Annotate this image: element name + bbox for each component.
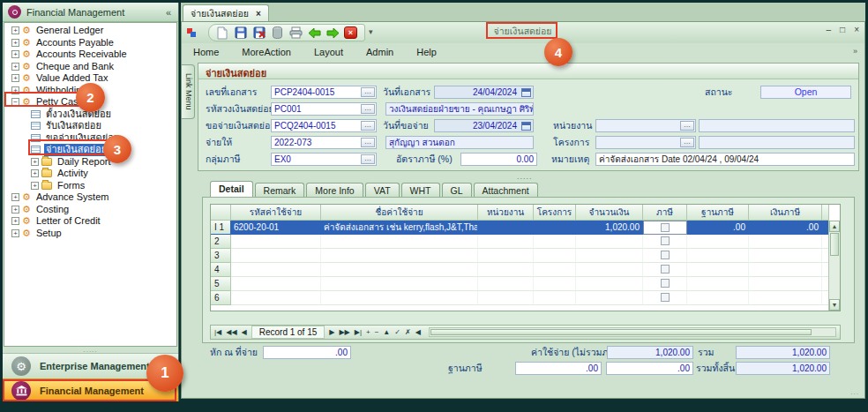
cell-tax[interactable] [643, 263, 687, 277]
cell-project[interactable] [534, 249, 576, 263]
cell-tax[interactable] [643, 235, 687, 249]
sidebar-splitter[interactable]: ..... [3, 347, 178, 353]
cell-tax-amount[interactable] [749, 291, 822, 305]
tax-base-field-2[interactable]: .00 [606, 362, 693, 375]
cell-code[interactable] [231, 249, 321, 263]
minimize-icon[interactable]: – [827, 26, 832, 34]
expand-icon[interactable]: + [11, 86, 19, 94]
cell-tax[interactable] [643, 277, 687, 291]
print-icon[interactable] [288, 26, 303, 41]
expand-icon[interactable]: + [11, 74, 19, 82]
scroll-up-icon[interactable]: ▲ [829, 221, 840, 232]
cell-code[interactable]: 6200-20-01 [231, 221, 321, 235]
close-document-icon[interactable]: × [344, 26, 357, 39]
tab-attachment[interactable]: Attachment [474, 183, 538, 197]
row-header[interactable]: 4 [211, 263, 231, 277]
cell-tax-base[interactable] [687, 277, 749, 291]
close-tab-icon[interactable]: × [256, 9, 261, 19]
scrollbar-thumb[interactable] [430, 329, 812, 335]
expand-icon[interactable]: + [11, 26, 19, 34]
tree-item-11[interactable]: +Daily Report [4, 156, 176, 169]
document-tab[interactable]: จ่ายเงินสดย่อย × [183, 4, 269, 21]
cell-amount[interactable] [576, 249, 643, 263]
cell-name[interactable] [321, 235, 478, 249]
cell-department[interactable] [478, 235, 534, 249]
cell-code[interactable] [231, 277, 321, 291]
pc-code-field[interactable]: PC001… [271, 102, 377, 116]
tree-item-13[interactable]: +Forms [4, 180, 176, 192]
department-field[interactable]: … [595, 119, 696, 132]
expand-icon[interactable]: + [31, 158, 39, 166]
cell-amount[interactable] [576, 263, 643, 277]
tab-gl[interactable]: GL [442, 183, 472, 197]
menu-layout[interactable]: Layout [314, 47, 343, 57]
cell-tax[interactable] [643, 221, 687, 235]
cell-tax-amount[interactable] [749, 277, 822, 291]
cell-name[interactable] [321, 249, 478, 263]
tree-item-9[interactable]: ขอจ่ายเงินสดย่อย [4, 132, 176, 145]
nav-delete-button[interactable]: − [375, 326, 379, 339]
row-header[interactable]: I 1 [211, 221, 231, 235]
grid-row-5[interactable]: 5 [211, 277, 840, 291]
wht-field[interactable]: .00 [263, 346, 351, 359]
delete-icon[interactable] [270, 26, 285, 41]
tab-wht[interactable]: WHT [401, 183, 440, 197]
collapse-sidebar-icon[interactable]: « [164, 7, 173, 18]
tree-item-17[interactable]: +⚙Setup [4, 228, 176, 240]
cell-tax-amount[interactable] [749, 235, 822, 249]
expand-icon[interactable]: + [11, 63, 19, 71]
tree-item-16[interactable]: +⚙Letter of Credit [4, 215, 176, 228]
expand-icon[interactable]: + [11, 217, 19, 225]
navigate-back-icon[interactable] [307, 26, 322, 41]
tab-remark[interactable]: Remark [255, 183, 305, 197]
cell-tax-amount[interactable] [749, 263, 822, 277]
tax-group-field[interactable]: EX0… [271, 153, 377, 166]
new-document-icon[interactable] [214, 26, 229, 41]
cell-tax-base[interactable] [687, 249, 749, 263]
tax-rate-field[interactable]: 0.00 [460, 153, 537, 166]
lookup-icon[interactable]: … [361, 138, 375, 147]
tax-checkbox[interactable] [661, 251, 670, 259]
tab-vat[interactable]: VAT [365, 183, 400, 197]
menu-home[interactable]: Home [193, 47, 219, 57]
cell-tax-amount[interactable]: .00 [749, 221, 822, 235]
grid-row-4[interactable]: 4 [211, 263, 840, 277]
nav-next-button[interactable]: ▶ [329, 326, 334, 339]
lookup-icon[interactable]: … [680, 121, 694, 131]
cell-project[interactable] [534, 291, 576, 305]
tab-more-info[interactable]: More Info [306, 183, 363, 197]
doc-date-field[interactable]: 24/04/2024 [434, 86, 534, 99]
link-menu-tab[interactable]: Link Menu [182, 64, 195, 119]
cell-name[interactable] [321, 263, 478, 277]
expand-icon[interactable]: + [11, 50, 19, 58]
cell-tax-base[interactable]: .00 [687, 221, 749, 235]
cell-department[interactable] [478, 249, 534, 263]
cell-department[interactable] [478, 277, 534, 291]
cell-code[interactable] [231, 291, 321, 305]
cell-department[interactable] [478, 291, 534, 305]
cell-amount[interactable] [576, 235, 643, 249]
tree-item-8[interactable]: รับเงินสดย่อย [4, 120, 176, 132]
tree-item-2[interactable]: +⚙Accounts Receivable [4, 49, 176, 61]
nav-first-button[interactable]: |◀ [214, 326, 221, 339]
nav-prev-page-button[interactable]: ◀◀ [226, 326, 236, 339]
row-header[interactable]: 3 [211, 249, 231, 263]
tree-item-14[interactable]: +⚙Advance System [4, 191, 176, 204]
cell-code[interactable] [231, 235, 321, 249]
cell-project[interactable] [534, 221, 576, 235]
cell-amount[interactable] [576, 277, 643, 291]
lookup-icon[interactable]: … [361, 104, 375, 114]
doc-no-field[interactable]: PCP2404-0015… [271, 86, 377, 99]
lookup-icon[interactable]: … [361, 87, 375, 97]
cell-tax[interactable] [643, 291, 687, 305]
lookup-icon[interactable]: … [680, 138, 694, 147]
resize-grip[interactable]: ... [850, 388, 859, 396]
grid-row-1[interactable]: I 16200-20-01ค่าจัดส่งเอกสาร เช่น kerry,… [211, 221, 840, 235]
nav-endedit-button[interactable]: ✓ [394, 326, 400, 339]
cell-department[interactable] [478, 221, 534, 235]
save-icon[interactable] [233, 26, 248, 41]
cell-tax-amount[interactable] [749, 249, 822, 263]
nav-next-page-button[interactable]: ▶▶ [339, 326, 349, 339]
maximize-icon[interactable]: □ [840, 26, 845, 34]
nav-edit-button[interactable]: ▲ [383, 326, 390, 339]
